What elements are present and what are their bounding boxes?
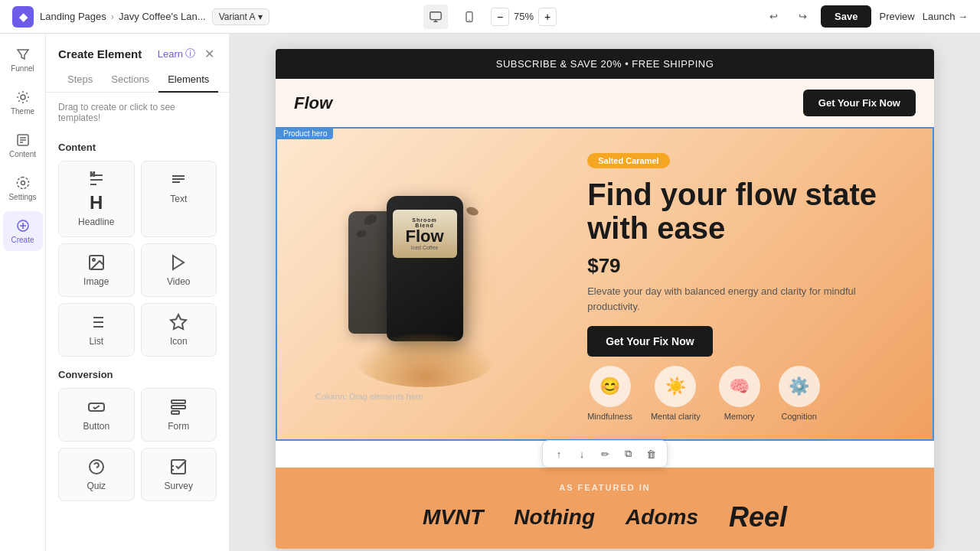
mindfulness-icon: 😊: [590, 366, 631, 407]
sidebar-content-label: Content: [9, 150, 36, 158]
feature-cognition: ⚙️ Cognition: [779, 366, 820, 421]
undo-button[interactable]: ↩: [763, 6, 784, 28]
sidebar-funnel-label: Funnel: [11, 64, 34, 73]
hero-cta-button[interactable]: Get Your Fix Now: [587, 326, 712, 357]
sidebar-settings-label: Settings: [8, 193, 36, 201]
page-logo: Flow: [294, 93, 332, 113]
memory-icon: 🧠: [719, 366, 760, 407]
panel-title: Create Element: [58, 47, 142, 60]
element-quiz[interactable]: Quiz: [58, 448, 135, 501]
tab-elements[interactable]: Elements: [158, 67, 218, 93]
learn-link[interactable]: Learn ⓘ: [158, 47, 195, 60]
element-image[interactable]: Image: [58, 243, 135, 297]
brand-mvnt: MVNT: [423, 505, 483, 530]
hero-description: Elevate your day with balanced energy an…: [587, 284, 908, 314]
redo-button[interactable]: ↪: [792, 6, 813, 28]
breadcrumb: Landing Pages › Javy Coffee's Lan...: [40, 11, 206, 22]
icon-sidebar: Funnel Theme Content Settings Create: [0, 34, 46, 551]
sidebar-item-content[interactable]: Content: [3, 126, 43, 165]
sidebar-item-theme[interactable]: Theme: [3, 83, 43, 122]
feature-mental-clarity: ☀️ Mental clarity: [651, 366, 701, 421]
topbar-right: ↩ ↪ Save Preview Launch →: [569, 5, 968, 28]
product-image: Shroom Blend Flow Iced Coffee: [341, 184, 509, 383]
image-label: Image: [83, 276, 109, 287]
mental-clarity-label: Mental clarity: [651, 412, 701, 421]
announce-bar: SUBSCRIBE & SAVE 20% • FREE SHIPPING: [276, 49, 934, 79]
zoom-controls: − 75% +: [491, 8, 557, 26]
svg-rect-29: [172, 400, 185, 403]
svg-point-10: [21, 181, 24, 185]
svg-rect-31: [172, 411, 179, 414]
toolbar-edit[interactable]: ✏: [596, 445, 613, 462]
page-nav: Flow Get Your Fix Now: [276, 79, 934, 127]
element-survey[interactable]: Survey: [141, 448, 217, 501]
topbar-center: − 75% +: [423, 5, 557, 29]
video-label: Video: [167, 276, 190, 287]
button-label: Button: [83, 421, 109, 432]
svg-marker-27: [171, 315, 186, 329]
brand-reel: Reel: [729, 501, 787, 533]
element-headline[interactable]: H H Headline: [58, 161, 135, 237]
element-text[interactable]: Text: [141, 161, 217, 237]
list-label: List: [89, 336, 103, 347]
save-button[interactable]: Save: [821, 5, 871, 28]
tab-steps[interactable]: Steps: [58, 67, 102, 93]
panel-subtitle: Drag to create or click to see templates…: [46, 93, 229, 129]
svg-rect-30: [172, 406, 185, 409]
quiz-label: Quiz: [87, 481, 106, 491]
element-icon[interactable]: Icon: [141, 303, 217, 357]
sidebar-item-funnel[interactable]: Funnel: [3, 40, 43, 80]
element-form[interactable]: Form: [141, 388, 217, 442]
element-button[interactable]: Button: [58, 388, 135, 442]
mental-clarity-icon: ☀️: [655, 366, 696, 407]
hero-section[interactable]: Product hero: [276, 127, 934, 441]
zoom-in-button[interactable]: +: [538, 8, 557, 26]
panel-close-button[interactable]: ✕: [201, 46, 217, 61]
float-toolbar-container: ↑ ↓ ✏ ⧉ 🗑: [276, 441, 934, 468]
toolbar-duplicate[interactable]: ⧉: [619, 445, 636, 462]
cognition-label: Cognition: [781, 412, 816, 421]
preview-button[interactable]: Preview: [879, 11, 914, 22]
topbar-left: ◆ Landing Pages › Javy Coffee's Lan... V…: [12, 6, 411, 28]
breadcrumb-separator: ›: [111, 11, 114, 22]
sidebar-theme-label: Theme: [11, 107, 34, 116]
zoom-out-button[interactable]: −: [491, 8, 509, 26]
hero-title: Find your flow state with ease: [587, 178, 908, 245]
svg-text:H: H: [90, 171, 95, 178]
sidebar-item-settings[interactable]: Settings: [3, 168, 43, 208]
svg-point-19: [93, 259, 95, 261]
featured-brands: MVNT Nothing Adoms Reel: [299, 501, 911, 533]
icon-label: Icon: [170, 336, 188, 347]
toolbar-delete[interactable]: 🗑: [642, 445, 659, 462]
toolbar-move-up[interactable]: ↑: [550, 445, 567, 462]
canvas-wrapper: SUBSCRIBE & SAVE 20% • FREE SHIPPING Flo…: [276, 49, 934, 549]
hero-left: Shroom Blend Flow Iced Coffee: [277, 129, 572, 439]
create-panel: Create Element Learn ⓘ ✕ Steps Sections …: [46, 34, 230, 551]
variant-selector[interactable]: Variant A ▾: [212, 8, 270, 25]
panel-header-right: Learn ⓘ ✕: [158, 46, 217, 61]
conversion-section-label: Conversion: [58, 369, 217, 380]
mobile-view-button[interactable]: [457, 5, 482, 29]
text-label: Text: [170, 194, 187, 204]
breadcrumb-parent[interactable]: Landing Pages: [40, 11, 106, 22]
toolbar-move-down[interactable]: ↓: [573, 445, 590, 462]
svg-point-4: [469, 19, 469, 20]
headline-label: Headline: [78, 217, 114, 227]
featured-label: AS FEATURED IN: [299, 483, 911, 492]
launch-button[interactable]: Launch →: [923, 11, 968, 22]
survey-label: Survey: [165, 481, 193, 491]
nav-cta-button[interactable]: Get Your Fix Now: [803, 90, 916, 116]
element-video[interactable]: Video: [141, 243, 217, 297]
hero-badge: Salted Caramel: [587, 153, 669, 168]
sidebar-item-create[interactable]: Create: [3, 211, 43, 251]
element-list[interactable]: List: [58, 303, 135, 357]
memory-label: Memory: [724, 412, 755, 421]
app-logo[interactable]: ◆: [12, 6, 34, 28]
tab-sections[interactable]: Sections: [102, 67, 158, 93]
form-label: Form: [168, 421, 189, 432]
panel-scroll: Content H H Headline Text Image Video: [46, 129, 229, 551]
desktop-view-button[interactable]: [423, 5, 448, 29]
svg-marker-20: [173, 256, 184, 269]
content-elements-grid: H H Headline Text Image Video: [58, 161, 217, 357]
breadcrumb-current: Javy Coffee's Lan...: [119, 11, 206, 22]
